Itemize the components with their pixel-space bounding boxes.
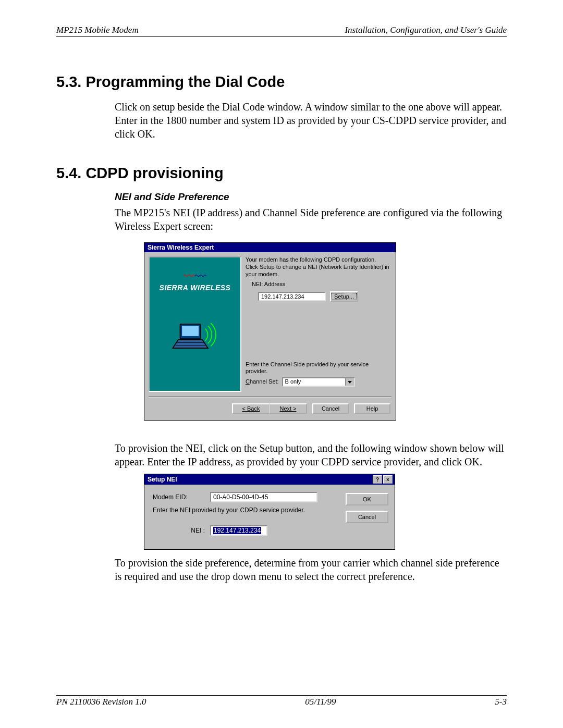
wizard-nav: < Back Next > Cancel Help bbox=[144, 398, 396, 420]
section-5-3-title: 5.3. Programming the Dial Code bbox=[56, 73, 507, 91]
nei-value-selected: 192.147.213.234 bbox=[213, 527, 261, 534]
svg-marker-2 bbox=[173, 340, 208, 348]
setup-button[interactable]: Setup... bbox=[330, 291, 358, 302]
next-button[interactable]: Next > bbox=[270, 403, 307, 414]
header-left: MP215 Mobile Modem bbox=[56, 25, 139, 35]
context-help-icon[interactable]: ? bbox=[373, 475, 382, 484]
wizard-content: Your modem has the following CDPD config… bbox=[246, 256, 391, 390]
nei-label: NEI : bbox=[153, 527, 205, 534]
footer-center: 05/11/99 bbox=[305, 697, 336, 707]
close-icon[interactable]: × bbox=[383, 475, 393, 484]
footer-left: PN 2110036 Revision 1.0 bbox=[56, 697, 146, 707]
footer-right: 5-3 bbox=[495, 697, 507, 707]
dlg-hint: Enter the NEI provided by your CDPD serv… bbox=[153, 507, 341, 514]
channel-set-dropdown[interactable]: B only bbox=[282, 377, 355, 387]
modem-eid-field[interactable] bbox=[210, 492, 317, 502]
section-5-4-intro: The MP215's NEI (IP address) and Channel… bbox=[115, 206, 507, 233]
modem-eid-label: Modem EID: bbox=[153, 493, 205, 501]
wizard-titlebar: Sierra Wireless Expert bbox=[144, 243, 396, 252]
section-5-4-title: 5.4. CDPD provisioning bbox=[56, 165, 507, 182]
section-5-3-body: Click on setup beside the Dial Code wind… bbox=[115, 100, 507, 141]
back-button[interactable]: < Back bbox=[232, 403, 270, 414]
channel-set-value: B only bbox=[283, 378, 345, 386]
nei-input[interactable]: 192.147.213.234 bbox=[210, 525, 267, 536]
channel-set-label: Channel Set: bbox=[246, 378, 279, 386]
dlg-titlebar: Setup NEI ? × bbox=[144, 474, 395, 485]
tail-paragraph: To provision the side preference, determ… bbox=[115, 556, 507, 583]
ok-button[interactable]: OK bbox=[346, 493, 388, 505]
header-right: Installation, Configuration, and User's … bbox=[345, 25, 507, 35]
cancel-button[interactable]: Cancel bbox=[312, 403, 349, 414]
wizard-brand-panel: 〰〰 SIERRA WIRELESS bbox=[149, 256, 241, 392]
chevron-down-icon[interactable] bbox=[345, 378, 354, 386]
wizard-instruction: Your modem has the following CDPD config… bbox=[246, 256, 389, 278]
page-header: MP215 Mobile Modem Installation, Configu… bbox=[56, 25, 507, 37]
page-footer: PN 2110036 Revision 1.0 05/11/99 5-3 bbox=[56, 695, 507, 707]
sierra-wireless-logo: 〰〰 SIERRA WIRELESS bbox=[150, 273, 240, 292]
laptop-wireless-icon bbox=[172, 315, 218, 356]
nei-address-field[interactable] bbox=[258, 292, 326, 301]
svg-rect-1 bbox=[182, 326, 199, 336]
dlg-title: Setup NEI bbox=[148, 476, 177, 483]
channel-side-instruction: Enter the Channel Side provided by your … bbox=[246, 361, 389, 376]
nei-side-pref-heading: NEI and Side Preference bbox=[115, 191, 507, 203]
help-button[interactable]: Help bbox=[354, 403, 390, 414]
mid-paragraph: To provision the NEI, click on the Setup… bbox=[115, 441, 507, 468]
nei-address-label: NEI: Address bbox=[252, 281, 389, 288]
wireless-expert-window: Sierra Wireless Expert 〰〰 SIERRA WIRELES… bbox=[144, 242, 396, 421]
dlg-cancel-button[interactable]: Cancel bbox=[346, 511, 388, 523]
setup-nei-dialog: Setup NEI ? × Modem EID: Enter the NEI p… bbox=[144, 474, 395, 550]
